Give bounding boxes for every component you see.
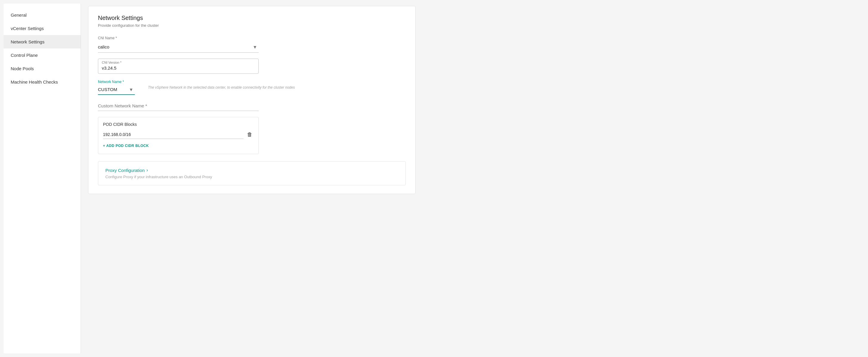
cidr-input[interactable] (103, 130, 244, 139)
delete-cidr-button[interactable]: 🗑 (246, 130, 254, 139)
proxy-config-section: Proxy Configuration › Configure Proxy if… (98, 161, 406, 185)
sidebar: General vCenter Settings Network Setting… (4, 4, 81, 353)
network-name-label: Network Name * (98, 80, 135, 84)
network-name-select-wrapper: CUSTOM default management ▾ (98, 85, 135, 95)
cni-name-select-wrapper: calico flannel weave ▾ (98, 41, 259, 53)
page-subtitle: Provide configuration for the cluster (98, 23, 406, 28)
content-card: Network Settings Provide configuration f… (88, 6, 415, 194)
network-name-row: Network Name * CUSTOM default management… (98, 80, 406, 95)
proxy-config-label: Proxy Configuration (105, 168, 145, 173)
proxy-config-subtitle: Configure Proxy if your infrastructure u… (105, 175, 398, 179)
pod-cidr-section: POD CIDR Blocks 🗑 + ADD POD CIDR BLOCK (98, 117, 259, 154)
add-cidr-button[interactable]: + ADD POD CIDR BLOCK (103, 142, 149, 149)
trash-icon: 🗑 (247, 131, 252, 138)
custom-network-name-section (98, 101, 259, 111)
page-title: Network Settings (98, 14, 406, 22)
cni-version-wrapper: CNI Version * (98, 59, 259, 74)
cni-version-input[interactable] (102, 65, 255, 71)
cni-name-section: CNI Name * calico flannel weave ▾ (98, 36, 406, 53)
network-name-select[interactable]: CUSTOM default management (98, 85, 135, 94)
cni-name-select[interactable]: calico flannel weave (98, 41, 259, 53)
main-content: Network Settings Provide configuration f… (81, 0, 868, 357)
custom-network-name-input[interactable] (98, 101, 259, 111)
network-name-field: Network Name * CUSTOM default management… (98, 80, 135, 95)
cni-version-section: CNI Version * (98, 59, 406, 74)
cni-version-label: CNI Version * (102, 61, 255, 64)
sidebar-item-network-settings[interactable]: Network Settings (4, 35, 81, 48)
app-layout: General vCenter Settings Network Setting… (0, 0, 868, 357)
network-name-helper-text: The vSphere Network in the selected data… (148, 86, 295, 90)
cidr-row: 🗑 (103, 130, 254, 139)
proxy-config-link[interactable]: Proxy Configuration › (105, 167, 398, 173)
cni-name-label: CNI Name * (98, 36, 406, 40)
sidebar-item-vcenter-settings[interactable]: vCenter Settings (4, 22, 81, 35)
pod-cidr-title: POD CIDR Blocks (103, 122, 254, 127)
sidebar-item-control-plane[interactable]: Control Plane (4, 48, 81, 62)
sidebar-item-machine-health-checks[interactable]: Machine Health Checks (4, 75, 81, 89)
chevron-right-icon: › (147, 167, 148, 173)
sidebar-item-node-pools[interactable]: Node Pools (4, 62, 81, 75)
sidebar-item-general[interactable]: General (4, 8, 81, 22)
